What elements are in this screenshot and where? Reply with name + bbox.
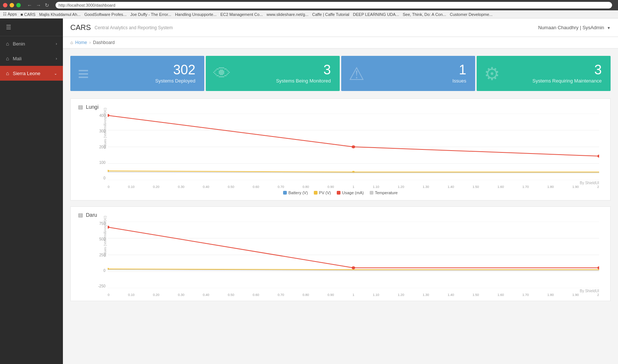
deployed-number: 302 [155,63,195,77]
browser-nav: ← → ↻ [26,2,50,8]
bookmark-ec2[interactable]: EC2 Management Co... [220,12,263,17]
y-tick-300: 300 [94,129,105,133]
lungi-title: ▤ Lungi [78,104,603,110]
legend-dot-usage [337,191,340,195]
hamburger-icon: ☰ [6,24,11,30]
lungi-chart-container: Values (Volts/milliAmps/DC) 0 100 200 30… [108,114,599,188]
stat-card-maintenance[interactable]: ⚙ 3 Systems Requiring Maintenance [477,56,611,91]
svg-point-8 [108,170,109,172]
chart-icon-lungi: ▤ [78,104,83,110]
legend-label-usage: Usage (mA) [342,191,364,195]
home-icon-mali: ⌂ [6,55,9,61]
bookmark-cars[interactable]: ■ CARS [21,12,36,17]
bookmark-caffe[interactable]: Caffe | Caffe Tutorial [312,12,349,17]
deployed-label: Systems Deployed [155,78,195,84]
issues-number: 1 [452,63,466,77]
bookmark-handling[interactable]: Handling Unsupporte... [175,12,217,17]
sidebar-label-benin: Benin [13,41,25,47]
stat-card-maintenance-content: 3 Systems Requiring Maintenance [533,63,602,84]
daru-svg [108,222,599,288]
lungi-title-text: Lungi [86,104,98,110]
lungi-x-axis: 0 0.10 0.20 0.30 0.40 0.50 0.60 0.70 0.8… [108,185,599,189]
legend-label-battery: Battery (V) [288,191,308,195]
lungi-y-axis: 0 100 200 300 400 [94,114,105,180]
legend-dot-temp [370,191,373,195]
daru-chart-container: Values (Volts/milliAmps/DC) -250 0 250 5… [108,222,599,296]
y-tick-400: 400 [94,114,105,118]
monitored-label: Systems Being Monitored [276,78,331,84]
lungi-credit: By ShieldUI [108,181,599,185]
bookmark-deep[interactable]: DEEP LEARNING UDA... [353,12,399,17]
breadcrumb-home[interactable]: Home [75,40,87,45]
dashboard: ≡ 302 Systems Deployed 👁 3 Systems Being… [63,48,618,364]
deployed-icon: ≡ [78,63,88,85]
svg-point-5 [108,114,110,117]
y-tick-200: 200 [94,145,105,149]
minimize-btn[interactable] [10,3,14,7]
app-logo: CARS Central Analytics and Reporting Sys… [70,23,173,32]
chevron-benin: › [56,42,57,46]
legend-temp: Temperature [370,191,398,195]
y-tick-d250: 250 [94,253,105,257]
chevron-sierra: ⌄ [54,71,57,75]
lungi-chart-section: ▤ Lungi Values (Volts/milliAmps/DC) 0 10… [70,98,611,200]
top-bar: CARS Central Analytics and Reporting Sys… [63,18,618,37]
user-info[interactable]: Numaan Chaudhry | SysAdmin ▼ [538,25,611,30]
sidebar-label-sierra: Sierra Leone [13,71,40,76]
sidebar-item-sierra-leone[interactable]: ⌂ Sierra Leone ⌄ [0,66,63,81]
sidebar-item-mali[interactable]: ⌂ Mali › [0,51,63,66]
maintenance-icon: ⚙ [484,63,500,84]
bookmark-see[interactable]: See, Think, Do: A Con... [403,12,446,17]
main-content: CARS Central Analytics and Reporting Sys… [63,18,618,364]
user-name: Numaan Chaudhry | SysAdmin [538,25,604,30]
legend-battery: Battery (V) [283,191,308,195]
monitored-icon: 👁 [213,63,231,84]
stat-card-issues[interactable]: ⚠ 1 Issues [341,56,475,91]
forward-arrow[interactable]: → [35,2,42,8]
chart-icon-daru: ▤ [78,212,83,218]
stat-card-monitored-content: 3 Systems Being Monitored [276,63,331,84]
bookmark-bar: ☷ Apps ■ CARS Majlis Khuddamul Ah... Goo… [0,10,618,18]
breadcrumb: ⌂ Home › Dashboard [63,37,618,48]
app-title: CARS [70,23,91,32]
stat-card-deployed[interactable]: ≡ 302 Systems Deployed [70,56,204,91]
daru-title-text: Daru [86,212,97,218]
browser-chrome: ← → ↻ http://localhost:3000/dashboard [0,0,618,10]
y-tick-0: 0 [94,176,105,180]
legend-usage: Usage (mA) [337,191,364,195]
sidebar-toggle[interactable]: ☰ [0,18,63,36]
y-tick-d500: 500 [94,237,105,241]
daru-chart-section: ▤ Daru Values (Volts/milliAmps/DC) -250 … [70,206,611,301]
bookmark-apps[interactable]: ☷ Apps [3,12,17,17]
back-arrow[interactable]: ← [26,2,33,8]
daru-y-axis: -250 0 250 500 750 [94,222,105,288]
lungi-svg [108,114,599,180]
bookmark-customer[interactable]: Customer Developme... [450,12,493,17]
bookmark-majlis[interactable]: Majlis Khuddamul Ah... [39,12,81,17]
home-icon-breadcrumb: ⌂ [70,40,73,45]
sidebar: ☰ ⌂ Benin › ⌂ Mali › ⌂ Sierra Leone ⌄ [0,18,63,364]
maximize-btn[interactable] [16,3,21,7]
legend-label-pv: PV (V) [319,191,331,195]
y-tick-n250: -250 [94,284,105,288]
address-bar[interactable]: http://localhost:3000/dashboard [56,2,612,9]
daru-title: ▤ Daru [78,212,603,218]
bookmark-slideshare[interactable]: www.slideshare.net/g... [266,12,308,17]
stat-card-monitored[interactable]: 👁 3 Systems Being Monitored [206,56,340,91]
maintenance-number: 3 [533,63,602,77]
close-btn[interactable] [3,3,7,7]
breadcrumb-separator: › [89,40,91,45]
sidebar-item-benin[interactable]: ⌂ Benin › [0,36,63,51]
app-wrapper: ☰ ⌂ Benin › ⌂ Mali › ⌂ Sierra Leone ⌄ [0,18,618,364]
chevron-mali: › [56,57,57,61]
bookmark-good[interactable]: GoodSoftware Profes... [84,12,127,17]
lungi-legend: Battery (V) PV (V) Usage (mA) Temperatur… [78,191,603,195]
bookmark-joe[interactable]: Joe Duffy - The Error... [130,12,171,17]
legend-dot-battery [283,191,287,195]
stat-card-issues-content: 1 Issues [452,63,466,84]
monitored-number: 3 [276,63,331,77]
legend-pv: PV (V) [314,191,331,195]
user-dropdown-icon[interactable]: ▼ [607,26,611,30]
issues-icon: ⚠ [349,63,365,84]
refresh-arrow[interactable]: ↻ [44,2,50,8]
